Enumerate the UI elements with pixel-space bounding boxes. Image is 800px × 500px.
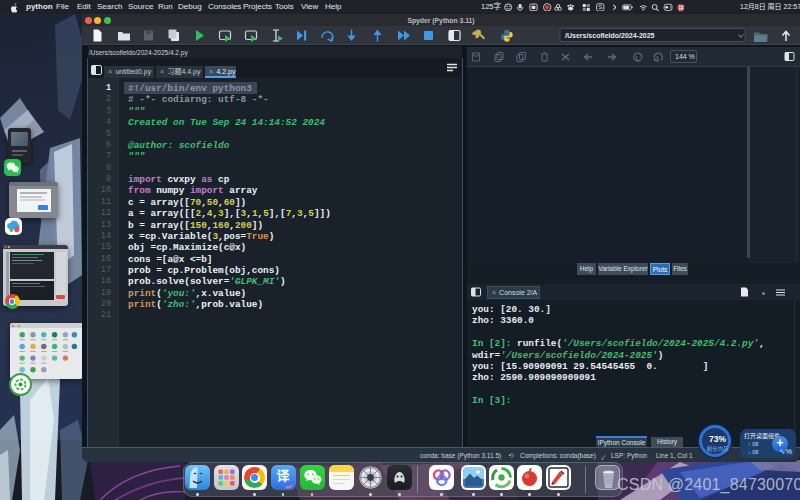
- svg-text:拼: 拼: [679, 3, 685, 11]
- svg-text:144 %: 144 %: [675, 53, 695, 60]
- svg-text:/Users/scofieldo/2024-2025: /Users/scofieldo/2024-2025: [565, 32, 655, 39]
- svg-text:S: S: [598, 4, 602, 10]
